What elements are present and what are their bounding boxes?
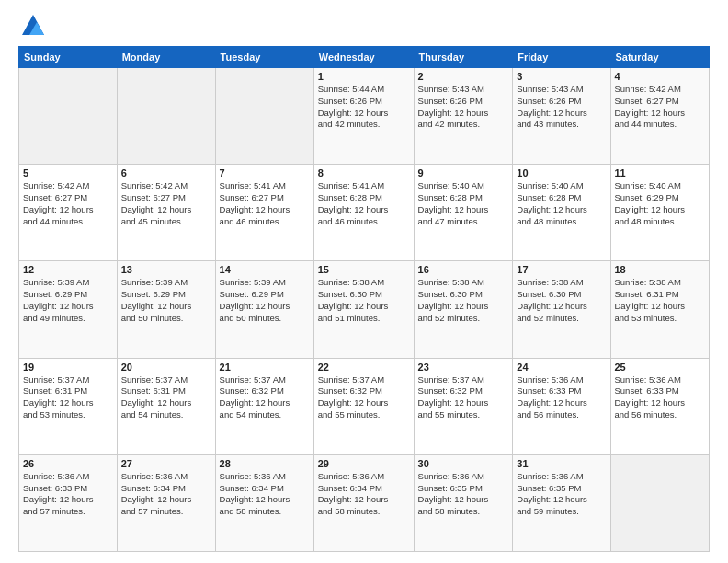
calendar-cell: 12Sunrise: 5:39 AM Sunset: 6:29 PM Dayli…	[19, 261, 118, 358]
calendar-page: SundayMondayTuesdayWednesdayThursdayFrid…	[0, 0, 728, 563]
day-info: Sunrise: 5:42 AM Sunset: 6:27 PM Dayligh…	[121, 180, 211, 227]
calendar-cell: 11Sunrise: 5:40 AM Sunset: 6:29 PM Dayli…	[610, 165, 710, 261]
calendar-cell: 23Sunrise: 5:37 AM Sunset: 6:32 PM Dayli…	[414, 358, 513, 454]
weekday-saturday: Saturday	[610, 47, 710, 68]
day-info: Sunrise: 5:36 AM Sunset: 6:34 PM Dayligh…	[220, 471, 310, 518]
logo-icon	[20, 13, 46, 39]
day-info: Sunrise: 5:42 AM Sunset: 6:27 PM Dayligh…	[615, 84, 706, 131]
calendar-cell: 21Sunrise: 5:37 AM Sunset: 6:32 PM Dayli…	[215, 358, 313, 454]
day-number: 4	[615, 71, 706, 82]
calendar-cell: 28Sunrise: 5:36 AM Sunset: 6:34 PM Dayli…	[215, 454, 313, 551]
day-info: Sunrise: 5:40 AM Sunset: 6:28 PM Dayligh…	[517, 180, 606, 227]
weekday-friday: Friday	[513, 47, 610, 68]
calendar-cell: 10Sunrise: 5:40 AM Sunset: 6:28 PM Dayli…	[513, 165, 610, 261]
weekday-header-row: SundayMondayTuesdayWednesdayThursdayFrid…	[19, 47, 710, 68]
calendar-cell: 22Sunrise: 5:37 AM Sunset: 6:32 PM Dayli…	[313, 358, 414, 454]
calendar-cell: 20Sunrise: 5:37 AM Sunset: 6:31 PM Dayli…	[117, 358, 215, 454]
calendar-cell: 15Sunrise: 5:38 AM Sunset: 6:30 PM Dayli…	[313, 261, 414, 358]
day-number: 9	[418, 167, 509, 178]
day-number: 30	[418, 458, 509, 469]
calendar-cell: 27Sunrise: 5:36 AM Sunset: 6:34 PM Dayli…	[117, 454, 215, 551]
day-number: 11	[615, 167, 706, 178]
calendar-cell: 5Sunrise: 5:42 AM Sunset: 6:27 PM Daylig…	[19, 165, 118, 261]
day-info: Sunrise: 5:36 AM Sunset: 6:34 PM Dayligh…	[318, 471, 410, 518]
calendar-cell: 9Sunrise: 5:40 AM Sunset: 6:28 PM Daylig…	[414, 165, 513, 261]
calendar-cell: 17Sunrise: 5:38 AM Sunset: 6:30 PM Dayli…	[513, 261, 610, 358]
header	[18, 17, 710, 39]
calendar-cell: 1Sunrise: 5:44 AM Sunset: 6:26 PM Daylig…	[313, 68, 414, 165]
weekday-sunday: Sunday	[19, 47, 118, 68]
day-info: Sunrise: 5:43 AM Sunset: 6:26 PM Dayligh…	[418, 84, 509, 131]
calendar-cell	[117, 68, 215, 165]
day-info: Sunrise: 5:38 AM Sunset: 6:30 PM Dayligh…	[418, 277, 509, 324]
calendar-cell: 31Sunrise: 5:36 AM Sunset: 6:35 PM Dayli…	[513, 454, 610, 551]
weekday-wednesday: Wednesday	[313, 47, 414, 68]
day-info: Sunrise: 5:37 AM Sunset: 6:32 PM Dayligh…	[418, 374, 509, 421]
day-number: 3	[517, 71, 606, 82]
weekday-thursday: Thursday	[414, 47, 513, 68]
day-info: Sunrise: 5:38 AM Sunset: 6:31 PM Dayligh…	[615, 277, 706, 324]
day-info: Sunrise: 5:37 AM Sunset: 6:31 PM Dayligh…	[121, 374, 211, 421]
day-info: Sunrise: 5:37 AM Sunset: 6:32 PM Dayligh…	[318, 374, 410, 421]
day-info: Sunrise: 5:42 AM Sunset: 6:27 PM Dayligh…	[23, 180, 113, 227]
day-number: 12	[23, 264, 113, 275]
calendar-cell: 7Sunrise: 5:41 AM Sunset: 6:27 PM Daylig…	[215, 165, 313, 261]
day-info: Sunrise: 5:36 AM Sunset: 6:33 PM Dayligh…	[517, 374, 606, 421]
calendar-cell	[19, 68, 118, 165]
day-info: Sunrise: 5:36 AM Sunset: 6:35 PM Dayligh…	[517, 471, 606, 518]
day-info: Sunrise: 5:36 AM Sunset: 6:33 PM Dayligh…	[615, 374, 706, 421]
day-number: 20	[121, 362, 211, 373]
day-info: Sunrise: 5:39 AM Sunset: 6:29 PM Dayligh…	[220, 277, 310, 324]
day-info: Sunrise: 5:36 AM Sunset: 6:34 PM Dayligh…	[121, 471, 211, 518]
day-info: Sunrise: 5:39 AM Sunset: 6:29 PM Dayligh…	[23, 277, 113, 324]
day-number: 5	[23, 167, 113, 178]
day-info: Sunrise: 5:37 AM Sunset: 6:32 PM Dayligh…	[220, 374, 310, 421]
calendar-cell: 8Sunrise: 5:41 AM Sunset: 6:28 PM Daylig…	[313, 165, 414, 261]
week-row-1: 5Sunrise: 5:42 AM Sunset: 6:27 PM Daylig…	[19, 165, 710, 261]
day-number: 23	[418, 362, 509, 373]
calendar-cell	[215, 68, 313, 165]
day-number: 19	[23, 362, 113, 373]
day-number: 7	[220, 167, 310, 178]
day-info: Sunrise: 5:44 AM Sunset: 6:26 PM Dayligh…	[318, 84, 410, 131]
day-number: 14	[220, 264, 310, 275]
day-number: 17	[517, 264, 606, 275]
day-info: Sunrise: 5:37 AM Sunset: 6:31 PM Dayligh…	[23, 374, 113, 421]
day-number: 10	[517, 167, 606, 178]
day-number: 2	[418, 71, 509, 82]
calendar-cell: 2Sunrise: 5:43 AM Sunset: 6:26 PM Daylig…	[414, 68, 513, 165]
day-number: 16	[418, 264, 509, 275]
calendar-cell: 3Sunrise: 5:43 AM Sunset: 6:26 PM Daylig…	[513, 68, 610, 165]
calendar-cell: 26Sunrise: 5:36 AM Sunset: 6:33 PM Dayli…	[19, 454, 118, 551]
week-row-2: 12Sunrise: 5:39 AM Sunset: 6:29 PM Dayli…	[19, 261, 710, 358]
logo	[18, 17, 46, 39]
calendar-cell: 24Sunrise: 5:36 AM Sunset: 6:33 PM Dayli…	[513, 358, 610, 454]
day-number: 24	[517, 362, 606, 373]
day-info: Sunrise: 5:40 AM Sunset: 6:29 PM Dayligh…	[615, 180, 706, 227]
day-number: 26	[23, 458, 113, 469]
day-info: Sunrise: 5:36 AM Sunset: 6:33 PM Dayligh…	[23, 471, 113, 518]
calendar-cell: 16Sunrise: 5:38 AM Sunset: 6:30 PM Dayli…	[414, 261, 513, 358]
day-number: 31	[517, 458, 606, 469]
week-row-4: 26Sunrise: 5:36 AM Sunset: 6:33 PM Dayli…	[19, 454, 710, 551]
calendar-cell: 18Sunrise: 5:38 AM Sunset: 6:31 PM Dayli…	[610, 261, 710, 358]
day-info: Sunrise: 5:41 AM Sunset: 6:27 PM Dayligh…	[220, 180, 310, 227]
calendar-table: SundayMondayTuesdayWednesdayThursdayFrid…	[18, 46, 710, 552]
day-number: 25	[615, 362, 706, 373]
day-info: Sunrise: 5:38 AM Sunset: 6:30 PM Dayligh…	[318, 277, 410, 324]
day-info: Sunrise: 5:38 AM Sunset: 6:30 PM Dayligh…	[517, 277, 606, 324]
day-info: Sunrise: 5:40 AM Sunset: 6:28 PM Dayligh…	[418, 180, 509, 227]
day-number: 28	[220, 458, 310, 469]
day-number: 22	[318, 362, 410, 373]
week-row-3: 19Sunrise: 5:37 AM Sunset: 6:31 PM Dayli…	[19, 358, 710, 454]
calendar-cell: 13Sunrise: 5:39 AM Sunset: 6:29 PM Dayli…	[117, 261, 215, 358]
day-info: Sunrise: 5:36 AM Sunset: 6:35 PM Dayligh…	[418, 471, 509, 518]
week-row-0: 1Sunrise: 5:44 AM Sunset: 6:26 PM Daylig…	[19, 68, 710, 165]
day-number: 6	[121, 167, 211, 178]
calendar-cell: 4Sunrise: 5:42 AM Sunset: 6:27 PM Daylig…	[610, 68, 710, 165]
day-number: 29	[318, 458, 410, 469]
day-number: 27	[121, 458, 211, 469]
calendar-cell: 6Sunrise: 5:42 AM Sunset: 6:27 PM Daylig…	[117, 165, 215, 261]
calendar-cell: 30Sunrise: 5:36 AM Sunset: 6:35 PM Dayli…	[414, 454, 513, 551]
calendar-cell	[610, 454, 710, 551]
